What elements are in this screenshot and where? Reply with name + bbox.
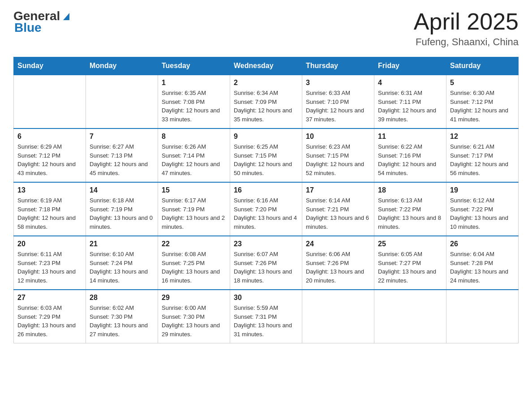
day-number: 23 [234, 240, 298, 248]
day-number: 3 [306, 79, 370, 87]
day-number: 16 [234, 186, 298, 194]
day-info: Sunrise: 6:21 AMSunset: 7:17 PMDaylight:… [450, 142, 515, 177]
day-info: Sunrise: 6:05 AMSunset: 7:27 PMDaylight:… [378, 250, 442, 285]
day-info: Sunrise: 6:22 AMSunset: 7:16 PMDaylight:… [378, 142, 442, 177]
calendar-cell: 13Sunrise: 6:19 AMSunset: 7:18 PMDayligh… [14, 182, 86, 236]
calendar-cell: 8Sunrise: 6:26 AMSunset: 7:14 PMDaylight… [158, 128, 230, 182]
calendar-cell: 2Sunrise: 6:34 AMSunset: 7:09 PMDaylight… [230, 75, 302, 128]
calendar-cell: 18Sunrise: 6:13 AMSunset: 7:22 PMDayligh… [374, 182, 446, 236]
title-block: April 2025 Fufeng, Shaanxi, China [414, 9, 519, 48]
day-number: 15 [162, 186, 226, 194]
day-info: Sunrise: 5:59 AMSunset: 7:31 PMDaylight:… [234, 304, 298, 338]
day-info: Sunrise: 6:02 AMSunset: 7:30 PMDaylight:… [90, 304, 154, 338]
weekday-header-row: SundayMondayTuesdayWednesdayThursdayFrid… [14, 57, 519, 75]
calendar-cell [86, 75, 158, 128]
weekday-header-saturday: Saturday [446, 57, 519, 75]
calendar-cell: 20Sunrise: 6:11 AMSunset: 7:23 PMDayligh… [14, 236, 86, 290]
day-info: Sunrise: 6:00 AMSunset: 7:30 PMDaylight:… [162, 304, 226, 338]
day-number: 5 [450, 79, 515, 87]
calendar-cell [14, 75, 86, 128]
day-info: Sunrise: 6:18 AMSunset: 7:19 PMDaylight:… [90, 196, 154, 231]
day-info: Sunrise: 6:13 AMSunset: 7:22 PMDaylight:… [378, 196, 442, 231]
day-info: Sunrise: 6:29 AMSunset: 7:12 PMDaylight:… [17, 142, 82, 177]
day-info: Sunrise: 6:14 AMSunset: 7:21 PMDaylight:… [306, 196, 370, 231]
calendar-cell: 11Sunrise: 6:22 AMSunset: 7:16 PMDayligh… [374, 128, 446, 182]
day-info: Sunrise: 6:11 AMSunset: 7:23 PMDaylight:… [17, 250, 82, 285]
day-number: 29 [162, 294, 226, 302]
day-number: 1 [162, 79, 226, 87]
logo-blue-text: Blue [14, 21, 42, 35]
day-number: 9 [234, 133, 298, 141]
day-info: Sunrise: 6:06 AMSunset: 7:26 PMDaylight:… [306, 250, 370, 285]
calendar-cell: 23Sunrise: 6:07 AMSunset: 7:26 PMDayligh… [230, 236, 302, 290]
calendar-cell [374, 290, 446, 343]
calendar-cell [446, 290, 519, 343]
svg-marker-0 [63, 13, 69, 20]
day-info: Sunrise: 6:07 AMSunset: 7:26 PMDaylight:… [234, 250, 298, 285]
calendar-cell [302, 290, 374, 343]
weekday-header-thursday: Thursday [302, 57, 374, 75]
day-info: Sunrise: 6:31 AMSunset: 7:11 PMDaylight:… [378, 89, 442, 124]
day-info: Sunrise: 6:08 AMSunset: 7:25 PMDaylight:… [162, 250, 226, 285]
day-number: 21 [90, 240, 154, 248]
day-number: 4 [378, 79, 442, 87]
calendar-cell: 27Sunrise: 6:03 AMSunset: 7:29 PMDayligh… [14, 290, 86, 343]
calendar-cell: 12Sunrise: 6:21 AMSunset: 7:17 PMDayligh… [446, 128, 519, 182]
day-info: Sunrise: 6:26 AMSunset: 7:14 PMDaylight:… [162, 142, 226, 177]
day-number: 2 [234, 79, 298, 87]
day-number: 30 [234, 294, 298, 302]
calendar-cell: 3Sunrise: 6:33 AMSunset: 7:10 PMDaylight… [302, 75, 374, 128]
day-number: 24 [306, 240, 370, 248]
day-number: 25 [378, 240, 442, 248]
calendar-cell: 15Sunrise: 6:17 AMSunset: 7:19 PMDayligh… [158, 182, 230, 236]
calendar-cell: 19Sunrise: 6:12 AMSunset: 7:22 PMDayligh… [446, 182, 519, 236]
calendar-cell: 22Sunrise: 6:08 AMSunset: 7:25 PMDayligh… [158, 236, 230, 290]
calendar-cell: 7Sunrise: 6:27 AMSunset: 7:13 PMDaylight… [86, 128, 158, 182]
calendar-table: SundayMondayTuesdayWednesdayThursdayFrid… [13, 57, 519, 343]
day-number: 6 [17, 133, 82, 141]
calendar-cell: 28Sunrise: 6:02 AMSunset: 7:30 PMDayligh… [86, 290, 158, 343]
day-number: 26 [450, 240, 515, 248]
calendar-cell: 16Sunrise: 6:16 AMSunset: 7:20 PMDayligh… [230, 182, 302, 236]
calendar-cell: 29Sunrise: 6:00 AMSunset: 7:30 PMDayligh… [158, 290, 230, 343]
day-number: 28 [90, 294, 154, 302]
calendar-location: Fufeng, Shaanxi, China [414, 36, 519, 48]
calendar-cell: 5Sunrise: 6:30 AMSunset: 7:12 PMDaylight… [446, 75, 519, 128]
day-info: Sunrise: 6:03 AMSunset: 7:29 PMDaylight:… [17, 304, 82, 338]
calendar-cell: 26Sunrise: 6:04 AMSunset: 7:28 PMDayligh… [446, 236, 519, 290]
day-number: 18 [378, 186, 442, 194]
day-number: 14 [90, 186, 154, 194]
day-info: Sunrise: 6:16 AMSunset: 7:20 PMDaylight:… [234, 196, 298, 231]
day-info: Sunrise: 6:17 AMSunset: 7:19 PMDaylight:… [162, 196, 226, 231]
day-info: Sunrise: 6:34 AMSunset: 7:09 PMDaylight:… [234, 89, 298, 124]
day-number: 11 [378, 133, 442, 141]
day-info: Sunrise: 6:27 AMSunset: 7:13 PMDaylight:… [90, 142, 154, 177]
calendar-cell: 9Sunrise: 6:25 AMSunset: 7:15 PMDaylight… [230, 128, 302, 182]
day-info: Sunrise: 6:12 AMSunset: 7:22 PMDaylight:… [450, 196, 515, 231]
day-number: 27 [17, 294, 82, 302]
page-header: General Blue April 2025 Fufeng, Shaanxi,… [13, 9, 519, 48]
day-number: 20 [17, 240, 82, 248]
day-info: Sunrise: 6:23 AMSunset: 7:15 PMDaylight:… [306, 142, 370, 177]
weekday-header-wednesday: Wednesday [230, 57, 302, 75]
weekday-header-friday: Friday [374, 57, 446, 75]
day-number: 22 [162, 240, 226, 248]
week-row-5: 27Sunrise: 6:03 AMSunset: 7:29 PMDayligh… [14, 290, 519, 343]
calendar-cell: 4Sunrise: 6:31 AMSunset: 7:11 PMDaylight… [374, 75, 446, 128]
day-number: 17 [306, 186, 370, 194]
day-info: Sunrise: 6:10 AMSunset: 7:24 PMDaylight:… [90, 250, 154, 285]
calendar-cell: 25Sunrise: 6:05 AMSunset: 7:27 PMDayligh… [374, 236, 446, 290]
weekday-header-sunday: Sunday [14, 57, 86, 75]
day-info: Sunrise: 6:25 AMSunset: 7:15 PMDaylight:… [234, 142, 298, 177]
week-row-4: 20Sunrise: 6:11 AMSunset: 7:23 PMDayligh… [14, 236, 519, 290]
calendar-cell: 21Sunrise: 6:10 AMSunset: 7:24 PMDayligh… [86, 236, 158, 290]
calendar-cell: 24Sunrise: 6:06 AMSunset: 7:26 PMDayligh… [302, 236, 374, 290]
calendar-cell: 14Sunrise: 6:18 AMSunset: 7:19 PMDayligh… [86, 182, 158, 236]
day-number: 8 [162, 133, 226, 141]
calendar-cell: 1Sunrise: 6:35 AMSunset: 7:08 PMDaylight… [158, 75, 230, 128]
day-info: Sunrise: 6:35 AMSunset: 7:08 PMDaylight:… [162, 89, 226, 124]
week-row-3: 13Sunrise: 6:19 AMSunset: 7:18 PMDayligh… [14, 182, 519, 236]
logo: General Blue [13, 9, 71, 35]
calendar-cell: 30Sunrise: 5:59 AMSunset: 7:31 PMDayligh… [230, 290, 302, 343]
day-info: Sunrise: 6:19 AMSunset: 7:18 PMDaylight:… [17, 196, 82, 231]
